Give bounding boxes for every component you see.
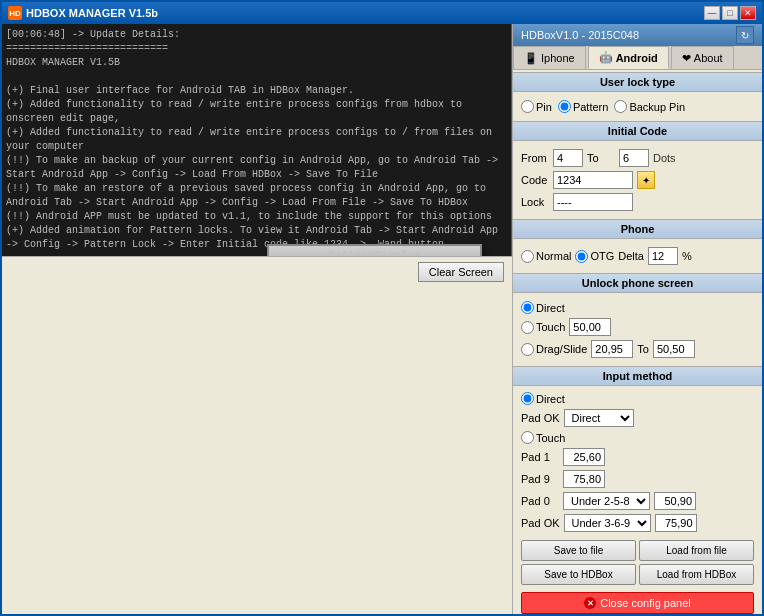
pad0-input[interactable] <box>654 492 696 510</box>
pin-radio-item[interactable]: Pin <box>521 100 552 113</box>
normal-radio[interactable] <box>521 250 534 263</box>
code-row: Code ✦ <box>521 169 754 191</box>
load-from-hdbox-button[interactable]: Load from HDBox <box>639 564 754 585</box>
refresh-icon[interactable]: ↻ <box>736 26 754 44</box>
pattern-popup-title: PatternDisplay <box>269 246 480 256</box>
pad9-label: Pad 9 <box>521 473 559 485</box>
pad0-dropdown[interactable]: Under 2-5-8 Over 2-5-8 <box>563 492 650 510</box>
im-direct-label: Direct <box>536 393 565 405</box>
initial-code-content: From To Dots Code ✦ Lock <box>513 143 762 217</box>
pattern-radio[interactable] <box>558 100 571 113</box>
pad1-label: Pad 1 <box>521 451 559 463</box>
padok2-dropdown[interactable]: Under 3-6-9 Over 3-6-9 <box>564 514 651 532</box>
from-label: From <box>521 152 549 164</box>
bottom-bar: Clear Screen <box>2 256 512 286</box>
pad1-row: Pad 1 <box>521 446 754 468</box>
direct-unlock-radio-item[interactable]: Direct <box>521 301 565 314</box>
title-bar: HD HDBOX MANAGER V1.5b — □ ✕ <box>2 2 762 24</box>
touch-unlock-radio[interactable] <box>521 321 534 334</box>
drag-val2-input[interactable] <box>653 340 695 358</box>
im-touch-radio-item[interactable]: Touch <box>521 431 565 444</box>
normal-radio-item[interactable]: Normal <box>521 250 571 263</box>
dots-label: Dots <box>653 152 676 164</box>
drag-unlock-row: Drag/Slide To <box>521 338 754 360</box>
pad9-row: Pad 9 <box>521 468 754 490</box>
backup-pin-radio[interactable] <box>614 100 627 113</box>
save-to-hdbox-button[interactable]: Save to HDBox <box>521 564 636 585</box>
title-bar-controls: — □ ✕ <box>704 6 756 20</box>
drag-unlock-label: Drag/Slide <box>536 343 587 355</box>
im-touch-label: Touch <box>536 432 565 444</box>
padok2-row: Pad OK Under 3-6-9 Over 3-6-9 <box>521 512 754 534</box>
save-to-file-button[interactable]: Save to file <box>521 540 636 561</box>
lock-input[interactable] <box>553 193 633 211</box>
padok2-input[interactable] <box>655 514 697 532</box>
tab-android[interactable]: 🤖 Android <box>588 46 669 69</box>
pad1-input[interactable] <box>563 448 605 466</box>
lock-label: Lock <box>521 196 549 208</box>
wand-button[interactable]: ✦ <box>637 171 655 189</box>
lock-row: Lock <box>521 191 754 213</box>
iphone-tab-label: Iphone <box>541 52 575 64</box>
close-panel-icon: ✕ <box>584 597 596 609</box>
drag-unlock-radio[interactable] <box>521 343 534 356</box>
app-icon: HD <box>8 6 22 20</box>
initial-code-header: Initial Code <box>513 121 762 141</box>
clear-screen-button[interactable]: Clear Screen <box>418 262 504 282</box>
direct-unlock-row: Direct <box>521 299 754 316</box>
iphone-tab-icon: 📱 <box>524 52 538 65</box>
padok2-label: Pad OK <box>521 517 560 529</box>
delta-input[interactable] <box>648 247 678 265</box>
to-input[interactable] <box>619 149 649 167</box>
pin-radio[interactable] <box>521 100 534 113</box>
im-direct-radio[interactable] <box>521 392 534 405</box>
touch-unlock-row: Touch <box>521 316 754 338</box>
tab-iphone[interactable]: 📱 Iphone <box>513 46 586 69</box>
about-tab-icon: ❤ <box>682 52 691 65</box>
from-input[interactable] <box>553 149 583 167</box>
tab-about[interactable]: ❤ About <box>671 46 734 69</box>
pad0-row: Pad 0 Under 2-5-8 Over 2-5-8 <box>521 490 754 512</box>
close-panel-button[interactable]: ✕ Close config panel <box>521 592 754 614</box>
pad-ok-dropdown[interactable]: Direct Touch Swipe <box>564 409 634 427</box>
code-input[interactable] <box>553 171 633 189</box>
pad0-label: Pad 0 <box>521 495 559 507</box>
minimize-button[interactable]: — <box>704 6 720 20</box>
pattern-radio-item[interactable]: Pattern <box>558 100 608 113</box>
button-grid: Save to file Load from file Save to HDBo… <box>513 536 762 589</box>
touch-val-input[interactable] <box>569 318 611 336</box>
normal-label: Normal <box>536 250 571 262</box>
pad-ok-label: Pad OK <box>521 412 560 424</box>
input-method-header: Input method <box>513 366 762 386</box>
direct-unlock-label: Direct <box>536 302 565 314</box>
unlock-header: Unlock phone screen <box>513 273 762 293</box>
otg-radio[interactable] <box>575 250 588 263</box>
im-direct-row: Direct <box>521 390 754 407</box>
drag-unlock-radio-item[interactable]: Drag/Slide <box>521 343 587 356</box>
backup-pin-label: Backup Pin <box>629 101 685 113</box>
load-from-file-button[interactable]: Load from file <box>639 540 754 561</box>
drag-val1-input[interactable] <box>591 340 633 358</box>
window-title: HDBOX MANAGER V1.5b <box>26 7 158 19</box>
im-touch-radio[interactable] <box>521 431 534 444</box>
about-tab-label: About <box>694 52 723 64</box>
input-method-content: Direct Pad OK Direct Touch Swipe Touch <box>513 388 762 536</box>
pattern-popup: PatternDisplay 1 <box>267 244 482 256</box>
user-lock-type-header: User lock type <box>513 72 762 92</box>
right-panel: HDBoxV1.0 - 2015C048 ↻ 📱 Iphone 🤖 Androi… <box>512 24 762 614</box>
touch-unlock-radio-item[interactable]: Touch <box>521 321 565 334</box>
im-direct-radio-item[interactable]: Direct <box>521 392 565 405</box>
otg-radio-item[interactable]: OTG <box>575 250 614 263</box>
backup-pin-radio-item[interactable]: Backup Pin <box>614 100 685 113</box>
content-area: [00:06:48] -> Update Details: ==========… <box>2 24 762 614</box>
main-window: HD HDBOX MANAGER V1.5b — □ ✕ [00:06:48] … <box>0 0 764 616</box>
maximize-button[interactable]: □ <box>722 6 738 20</box>
user-lock-type-content: Pin Pattern Backup Pin <box>513 94 762 119</box>
lock-type-radio-group: Pin Pattern Backup Pin <box>521 98 754 115</box>
android-tab-label: Android <box>616 52 658 64</box>
phone-mode-row: Normal OTG Delta % <box>521 245 754 267</box>
otg-label: OTG <box>590 250 614 262</box>
direct-unlock-radio[interactable] <box>521 301 534 314</box>
close-button[interactable]: ✕ <box>740 6 756 20</box>
pad9-input[interactable] <box>563 470 605 488</box>
